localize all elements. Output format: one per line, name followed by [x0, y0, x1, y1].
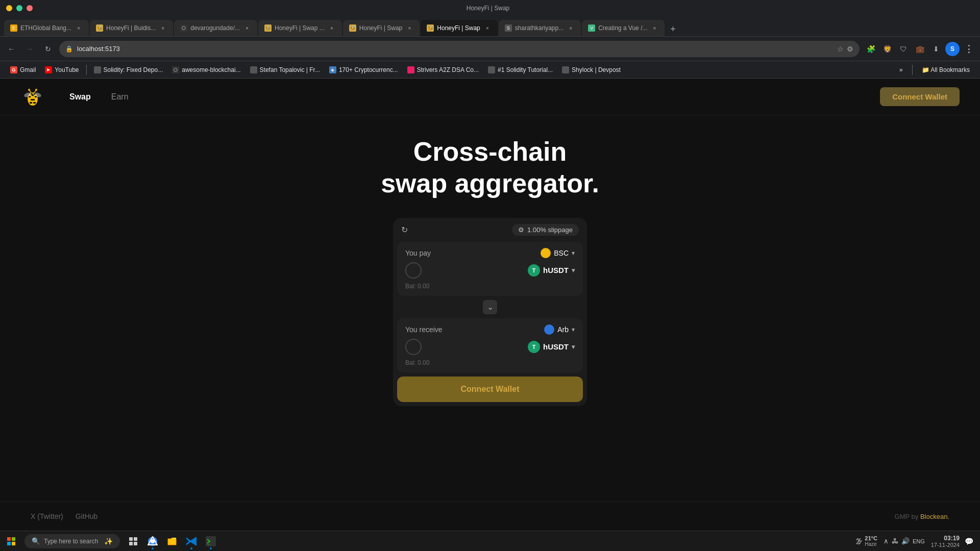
tune-icon[interactable]: ⚙	[847, 45, 853, 53]
svg-rect-19	[129, 537, 133, 541]
connect-wallet-cta-btn[interactable]: Connect Wallet	[397, 377, 583, 402]
refresh-swap-btn[interactable]: ↻	[401, 225, 408, 235]
tab-honeyfi-2[interactable]: 🐝 HoneyFi | Swap ... ×	[258, 20, 342, 36]
taskbar-vscode-btn[interactable]	[182, 531, 201, 552]
weather-temp: 21°C	[865, 535, 877, 541]
forward-btn[interactable]: →	[22, 42, 37, 56]
brave-btn[interactable]: 🦁	[880, 42, 894, 56]
window-minimize-btn[interactable]	[6, 5, 12, 11]
bookmark-youtube[interactable]: ▶ YouTube	[41, 64, 83, 76]
tab-github-1[interactable]: ⬡ devarogundade/... ×	[174, 20, 257, 36]
title-bar: HoneyFi | Swap	[0, 0, 980, 16]
bookmarks-bar: G Gmail ▶ YouTube Solidity: Fixed Depo..…	[0, 61, 980, 79]
window-close-btn[interactable]	[27, 5, 33, 11]
bookmark-crypto[interactable]: ◈ 170+ Cryptocurrenc...	[325, 64, 402, 76]
weather-widget[interactable]: 🌫 21°C Haze	[855, 535, 877, 547]
brave-shields-btn[interactable]: 🛡	[896, 42, 911, 56]
wallet-btn[interactable]: 💼	[913, 42, 927, 56]
receive-chain-selector[interactable]: Arb ▾	[544, 324, 575, 335]
bookmarks-more-btn[interactable]: »	[895, 64, 907, 76]
bookmark-star-icon[interactable]: ☆	[837, 45, 844, 53]
all-bookmarks-btn[interactable]: 📁 All Bookmarks	[918, 64, 974, 76]
new-tab-btn[interactable]: +	[666, 22, 680, 36]
app-content: Swap Earn Connect Wallet Cross-chain swa…	[0, 79, 980, 531]
receive-chain-label: Arb	[557, 325, 569, 334]
taskbar-task-view-btn[interactable]	[124, 531, 142, 552]
svg-rect-17	[7, 542, 11, 545]
nav-swap-link[interactable]: Swap	[65, 90, 95, 104]
tab-eth-global[interactable]: E ETHGlobal Bang... ×	[4, 20, 89, 36]
tray-language-label: ENG	[913, 538, 925, 544]
extensions-btn[interactable]: 🧩	[864, 42, 878, 56]
bookmark-strivers[interactable]: Strivers A2Z DSA Co...	[403, 64, 483, 76]
reload-btn[interactable]: ↻	[41, 42, 55, 56]
bookmark-solidity[interactable]: Solidity: Fixed Depo...	[90, 64, 167, 76]
tab-honeyfi-1[interactable]: 🐝 HoneyFi | Buidis... ×	[90, 20, 173, 36]
weather-condition: Haze	[865, 541, 877, 547]
footer-gmp-text: GMP by Blockean.	[895, 513, 949, 520]
tab-bar: E ETHGlobal Bang... × 🐝 HoneyFi | Buidis…	[0, 16, 980, 37]
footer-twitter-link[interactable]: X (Twitter)	[31, 512, 63, 520]
hero-title: Cross-chain swap aggregator.	[381, 136, 599, 199]
receive-balance: Bal: 0.00	[405, 359, 575, 366]
tab-honeyfi-3[interactable]: 🐝 HoneyFi | Swap ×	[343, 20, 420, 36]
nav-earn-link[interactable]: Earn	[107, 90, 133, 104]
swap-card: ↻ ⚙ 1.00% slippage You pay BSC ▾	[393, 218, 587, 406]
swap-direction-btn[interactable]: ⌄	[482, 299, 498, 315]
bookmark-awesome[interactable]: ⬡ awesome-blockchai...	[168, 64, 244, 76]
bookmark-solidity2[interactable]: #1 Solidity Tutorial...	[484, 64, 557, 76]
receive-token-selector[interactable]: T hUSDT ▾	[528, 341, 575, 353]
you-pay-label: You pay	[405, 249, 431, 257]
footer-github-link[interactable]: GitHub	[76, 512, 98, 520]
tab-honeyfi-active[interactable]: 🐝 HoneyFi | Swap ×	[421, 20, 498, 36]
pay-token-chevron-icon: ▾	[572, 267, 575, 274]
address-input[interactable]: 🔒 localhost:5173 ☆ ⚙	[59, 41, 860, 57]
bookmark-stefan[interactable]: Stefan Topalovic | Fr...	[246, 64, 324, 76]
svg-rect-22	[134, 542, 137, 545]
receive-token-label: hUSDT	[543, 342, 569, 351]
menu-btn[interactable]: ⋮	[962, 42, 976, 56]
svg-rect-20	[134, 537, 137, 541]
taskbar-terminal-btn[interactable]: _	[202, 531, 220, 552]
svg-rect-5	[30, 102, 32, 104]
svg-rect-21	[129, 542, 133, 545]
svg-point-12	[28, 89, 30, 91]
main-content: Cross-chain swap aggregator. ↻ ⚙ 1.00% s…	[0, 115, 980, 502]
taskbar-search-box[interactable]: 🔍 Type here to search ✨	[24, 534, 120, 548]
tray-caret-icon[interactable]: ∧	[884, 537, 889, 545]
notification-btn[interactable]: 💬	[962, 534, 976, 548]
you-receive-section: You receive Arb ▾ T hUSDT ▾ Bal: 0.00	[397, 318, 583, 372]
you-pay-section: You pay BSC ▾ T hUSDT ▾ Bal: 0.00	[397, 242, 583, 296]
svg-rect-16	[12, 537, 15, 541]
app-logo[interactable]	[20, 85, 45, 109]
start-btn[interactable]	[0, 531, 22, 552]
pay-token-label: hUSDT	[543, 266, 569, 274]
tab-sharath[interactable]: S sharathkariyapp... ×	[499, 20, 581, 36]
bookmark-shylock[interactable]: Shylock | Devpost	[558, 64, 625, 76]
download-btn[interactable]: ⬇	[929, 42, 943, 56]
taskbar-search-placeholder: Type here to search	[44, 538, 98, 545]
profile-btn[interactable]: S	[945, 42, 960, 56]
slippage-btn[interactable]: ⚙ 1.00% slippage	[512, 224, 579, 236]
bee-logo-icon	[20, 85, 45, 109]
window-maximize-btn[interactable]	[16, 5, 22, 11]
tray-clock[interactable]: 03:19 17-11-2024	[931, 535, 960, 548]
pay-chain-selector[interactable]: BSC ▾	[541, 248, 575, 258]
back-btn[interactable]: ←	[4, 42, 18, 56]
svg-point-14	[35, 89, 37, 91]
taskbar-chrome-btn[interactable]	[143, 531, 162, 552]
bookmark-youtube-label: YouTube	[55, 66, 79, 73]
bookmark-gmail[interactable]: G Gmail	[6, 64, 40, 76]
tray-network-icon[interactable]: 🖧	[892, 537, 898, 545]
nav-connect-wallet-btn[interactable]: Connect Wallet	[880, 87, 960, 106]
footer: X (Twitter) GitHub GMP by Blockean.	[0, 502, 980, 531]
taskbar-explorer-btn[interactable]	[163, 531, 181, 552]
tab-vue[interactable]: V Creating a Vue /... ×	[582, 20, 665, 36]
pay-amount-circle	[405, 262, 422, 279]
slippage-label: 1.00% slippage	[527, 226, 573, 234]
app-nav: Swap Earn Connect Wallet	[0, 79, 980, 115]
lock-icon: 🔒	[65, 45, 73, 53]
pay-token-selector[interactable]: T hUSDT ▾	[528, 264, 575, 277]
svg-rect-18	[12, 542, 15, 545]
tray-volume-icon[interactable]: 🔊	[901, 537, 910, 545]
